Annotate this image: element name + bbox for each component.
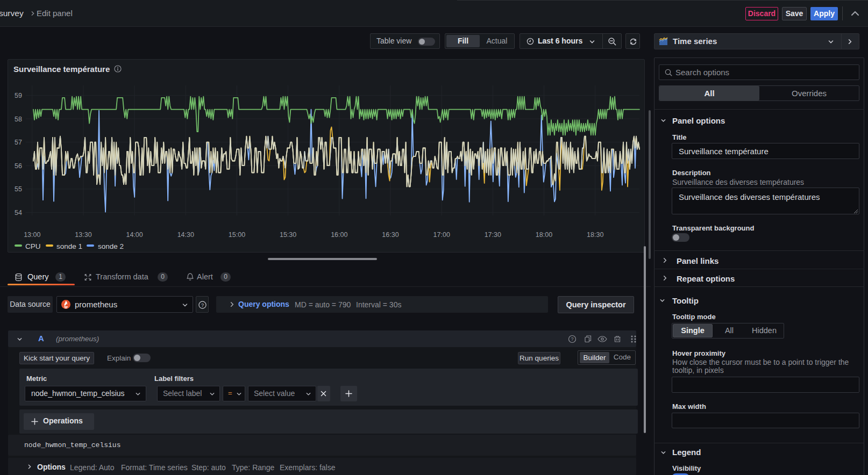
svg-text:18:30: 18:30: [587, 231, 603, 239]
svg-text:sonde 2: sonde 2: [98, 242, 124, 250]
svg-text:17:30: 17:30: [485, 231, 501, 239]
svg-text:57: 57: [15, 139, 22, 146]
svg-text:CPU: CPU: [25, 242, 41, 250]
svg-text:17:00: 17:00: [433, 231, 450, 239]
svg-text:15:30: 15:30: [280, 231, 296, 239]
svg-text:14:00: 14:00: [126, 231, 143, 239]
svg-text:?: ?: [201, 303, 204, 308]
svg-text:14:30: 14:30: [177, 231, 194, 239]
svg-text:13:30: 13:30: [75, 231, 91, 239]
svg-text:sonde 1: sonde 1: [56, 242, 82, 250]
svg-text:55: 55: [15, 185, 22, 193]
svg-text:13:00: 13:00: [24, 231, 40, 239]
svg-text:54: 54: [15, 209, 22, 217]
svg-text:56: 56: [15, 162, 22, 170]
svg-text:16:00: 16:00: [331, 231, 347, 239]
svg-text:?: ?: [571, 336, 573, 342]
svg-text:59: 59: [15, 92, 22, 99]
svg-text:18:00: 18:00: [536, 231, 552, 239]
svg-text:15:00: 15:00: [229, 231, 245, 239]
svg-text:16:30: 16:30: [382, 231, 399, 239]
svg-text:58: 58: [15, 116, 22, 123]
